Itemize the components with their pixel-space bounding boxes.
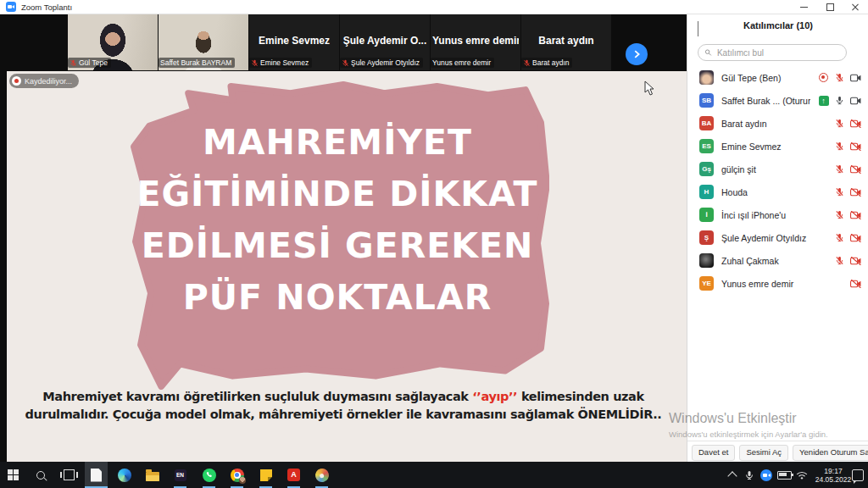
mic-muted-icon (834, 209, 845, 220)
window-titlebar: Zoom Toplantı (0, 0, 868, 14)
participant-row[interactable]: BA Barat aydın (687, 112, 868, 135)
highlighted-word: ‘’ayıp’’ (472, 390, 517, 403)
participant-status-icons (850, 278, 861, 289)
en-app-icon (175, 469, 186, 481)
camera-off-icon (850, 209, 861, 220)
slide-title-line: MAHREMİYET (127, 117, 548, 169)
tile-label-text: Saffet Burak BAYRAM (160, 58, 231, 67)
next-participants-button[interactable] (626, 43, 648, 65)
participants-panel: Katılımcılar (10) Gül Tepe (Ben) SB Saff… (687, 14, 868, 462)
tray-show-hidden-icons[interactable] (726, 462, 739, 488)
avatar: ES (699, 139, 714, 153)
document-icon (91, 469, 102, 482)
participant-name: Zuhal Çakmak (721, 256, 826, 266)
mic-muted-icon (834, 186, 845, 197)
taskbar-edge-app[interactable] (113, 462, 136, 488)
avatar: SB (699, 93, 714, 108)
camera-off-icon (850, 255, 861, 266)
participant-name: Şule Aydemir Otyıldız (721, 233, 826, 243)
taskbar-chrome[interactable] (225, 462, 248, 488)
chevron-up-icon (727, 471, 737, 480)
slide-title-line: EĞİTİMİNDE DİKKAT (127, 169, 548, 220)
slide-title-line: PÜF NOKTALAR (127, 272, 548, 324)
participant-row[interactable]: ES Emine Sevmez (687, 135, 868, 158)
avatar (699, 70, 714, 85)
participant-status-icons (834, 118, 861, 129)
video-tile[interactable]: Gül Tepe (68, 14, 158, 70)
mic-muted-icon (834, 164, 845, 175)
video-tile[interactable]: Barat aydın Barat aydın (521, 14, 611, 70)
participant-row[interactable]: YE Yunus emre demir (687, 272, 868, 295)
mic-muted-icon (834, 72, 845, 83)
reclaim-host-button[interactable]: Yeniden Oturum Sahibi Olmayı Tale (793, 445, 868, 461)
mic-muted-icon (251, 59, 259, 67)
participant-status-icons (834, 209, 861, 220)
participant-status-icons (834, 141, 861, 152)
start-button[interactable] (2, 462, 25, 488)
mic-muted-icon (523, 59, 531, 67)
whatsapp-icon (203, 469, 216, 482)
participant-row[interactable]: Gş gülçin şit (687, 158, 868, 180)
mic-muted-icon (834, 141, 845, 152)
camera-off-icon (850, 278, 861, 289)
tile-label-text: Şule Aydemir Otyıldız (351, 58, 420, 67)
participant-status-icons (834, 232, 861, 243)
participant-row[interactable]: H Houda (687, 180, 868, 203)
tray-microphone[interactable] (743, 462, 756, 488)
participant-name: Houda (721, 187, 826, 197)
taskbar-paint-app[interactable] (310, 462, 333, 488)
chevron-right-icon (631, 48, 643, 60)
tray-battery[interactable] (776, 462, 793, 488)
close-button[interactable] (844, 0, 866, 14)
participant-row[interactable]: SB Saffet Burak ... (Oturum Sahibi) (687, 89, 868, 112)
tray-zoom-meeting[interactable] (759, 462, 774, 488)
avatar (699, 253, 714, 268)
tile-participant-name: Şule Aydemir O... (342, 35, 428, 47)
invite-button[interactable]: Davet et (692, 445, 735, 461)
tile-label-text: Emine Sevmez (260, 58, 309, 67)
video-tile[interactable]: Emine Sevmez Emine Sevmez (249, 14, 339, 70)
tile-name-label: Şule Aydemir Otyıldız (340, 58, 423, 68)
mic-muted-icon (834, 255, 845, 266)
video-tile[interactable]: Yunus emre demir Yunus emre demir (431, 14, 520, 70)
participant-row[interactable]: Zuhal Çakmak (687, 249, 868, 272)
camera-off-icon (850, 164, 861, 175)
maximize-button[interactable] (819, 0, 841, 14)
taskbar-file-explorer[interactable] (141, 462, 164, 488)
participant-name: İnci ışıl iPhone'u (721, 210, 826, 220)
search-icon (704, 48, 712, 57)
chrome-icon (231, 469, 244, 482)
window-title: Zoom Toplantı (21, 3, 72, 12)
unmute-button[interactable]: Sesimi Aç (739, 445, 788, 461)
participant-row[interactable]: Gül Tepe (Ben) (687, 66, 868, 89)
participant-row[interactable]: İ İnci ışıl iPhone'u (687, 203, 868, 226)
taskbar-whatsapp[interactable] (198, 462, 220, 488)
taskbar-acrobat[interactable] (282, 462, 305, 488)
zoom-app-icon (6, 2, 16, 12)
taskbar-en-app[interactable] (169, 462, 192, 488)
tray-wifi[interactable] (794, 462, 810, 488)
folder-icon (146, 472, 159, 481)
mic-muted-icon (834, 232, 845, 243)
video-tile[interactable]: Saffet Burak BAYRAM (159, 14, 248, 70)
acrobat-pdf-icon (287, 469, 300, 481)
tile-label-text: Gül Tepe (79, 58, 108, 67)
microphone-icon (744, 470, 754, 480)
edge-browser-icon (118, 469, 131, 482)
avatar: BA (699, 116, 714, 130)
wifi-icon (796, 470, 808, 480)
participant-row[interactable]: Ş Şule Aydemir Otyıldız (687, 226, 868, 249)
camera-on-icon (850, 72, 861, 83)
participant-search[interactable] (698, 44, 847, 61)
taskbar-sticky-notes[interactable] (254, 462, 277, 488)
participant-search-input[interactable] (715, 47, 840, 58)
minimize-button[interactable] (793, 0, 815, 14)
video-tile[interactable]: Şule Aydemir O... Şule Aydemir Otyıldız (340, 14, 430, 70)
action-center-button[interactable] (849, 462, 866, 488)
task-view-button[interactable] (58, 462, 81, 488)
sticky-notes-icon (260, 469, 272, 481)
recording-indicator[interactable]: Kaydediliyor... (9, 74, 79, 88)
taskbar-document-app[interactable] (85, 462, 108, 488)
taskbar-search-button[interactable] (29, 462, 52, 488)
participant-name: gülçin şit (721, 164, 826, 175)
